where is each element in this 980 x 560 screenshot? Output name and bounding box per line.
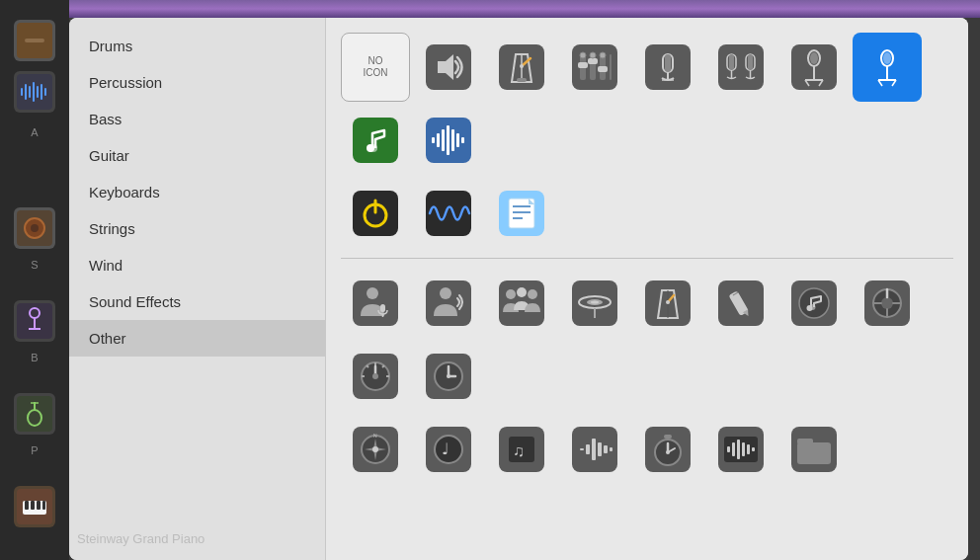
icon-cell-dial[interactable]	[341, 342, 410, 411]
icon-cell-person-mic[interactable]	[341, 269, 410, 338]
icon-cell-metronome[interactable]	[487, 33, 556, 102]
icon-cell-mixer[interactable]	[560, 33, 629, 102]
icon-cell-clock[interactable]	[414, 342, 483, 411]
svg-point-12	[31, 224, 39, 232]
svg-rect-157	[598, 442, 602, 456]
icon-cell-music-note2[interactable]: ♩	[414, 415, 483, 484]
icon-cell-cymbal[interactable]	[560, 269, 629, 338]
svg-rect-48	[665, 54, 671, 72]
icon-cell-metronome2[interactable]	[633, 269, 702, 338]
mixer-svg	[572, 44, 617, 90]
svg-point-45	[600, 52, 606, 58]
clock-svg	[426, 354, 471, 399]
waveform2-svg	[572, 427, 617, 472]
svg-rect-172	[747, 444, 750, 454]
svg-rect-8	[41, 84, 42, 100]
track-label-4: B	[31, 352, 38, 363]
svg-rect-85	[426, 191, 471, 236]
svg-rect-42	[598, 66, 608, 72]
svg-point-60	[810, 52, 818, 64]
icon-cell-mic-stand[interactable]	[779, 33, 849, 102]
svg-rect-81	[461, 137, 464, 143]
nav-item-sound-effects[interactable]: Sound Effects	[69, 283, 325, 320]
icon-section-divider	[341, 258, 953, 259]
svg-point-145	[372, 446, 378, 452]
track-thumb-6	[14, 486, 55, 527]
icon-cell-waveform-wave[interactable]	[414, 179, 483, 248]
icon-row-3	[341, 269, 953, 411]
svg-rect-9	[44, 88, 46, 96]
daw-track-sidebar: A S B P	[0, 0, 69, 560]
svg-rect-26	[42, 501, 45, 510]
pencil-svg	[718, 280, 764, 326]
svg-rect-23	[25, 501, 29, 510]
svg-rect-175	[797, 442, 831, 464]
music-note-green-svg	[353, 118, 398, 163]
svg-rect-169	[732, 442, 735, 456]
icon-cell-knob[interactable]	[853, 269, 922, 338]
svg-rect-3	[21, 88, 23, 96]
nav-item-bass[interactable]: Bass	[69, 101, 325, 137]
svg-point-140	[447, 374, 450, 378]
svg-rect-76	[437, 133, 440, 147]
music-note2-svg: ♩	[426, 427, 471, 472]
svg-point-101	[528, 289, 537, 299]
svg-rect-159	[610, 447, 612, 451]
mic-stand-svg	[791, 44, 837, 90]
icon-cell-folder[interactable]	[779, 415, 849, 484]
icon-cell-music-note-green[interactable]	[341, 106, 410, 175]
icon-cell-mic-condenser[interactable]	[633, 33, 702, 102]
group-svg	[499, 280, 544, 326]
mic-pair-svg	[718, 44, 764, 90]
svg-point-44	[590, 52, 596, 58]
svg-rect-41	[588, 58, 598, 64]
nav-item-percussion[interactable]: Percussion	[69, 64, 325, 101]
track-thumb-4	[14, 300, 55, 342]
svg-rect-92	[353, 280, 398, 326]
svg-rect-96	[426, 280, 471, 326]
nav-item-other[interactable]: Other	[69, 320, 325, 357]
waveform3-svg	[718, 427, 764, 472]
svg-rect-5	[29, 86, 31, 98]
svg-rect-25	[37, 501, 41, 510]
nav-item-strings[interactable]: Strings	[69, 210, 325, 247]
icon-cell-group[interactable]	[487, 269, 556, 338]
icon-cell-notes-doc[interactable]	[487, 179, 556, 248]
compass-svg: N	[353, 427, 398, 472]
icon-cell-pencil[interactable]	[706, 269, 776, 338]
svg-rect-7	[37, 86, 39, 98]
waveform-blue-svg	[426, 118, 471, 163]
music-circle-svg	[791, 280, 837, 326]
svg-point-122	[881, 297, 893, 309]
icon-cell-waveform3[interactable]	[706, 415, 776, 484]
nav-item-guitar[interactable]: Guitar	[69, 137, 325, 174]
svg-rect-1	[25, 39, 44, 42]
person-talking-svg	[426, 280, 471, 326]
notes-doc-svg	[499, 191, 544, 236]
icon-cell-timer[interactable]	[633, 415, 702, 484]
icon-grid: NOICON	[326, 18, 968, 560]
icon-cell-mic-stand-selected[interactable]	[853, 33, 922, 102]
svg-rect-51	[718, 44, 764, 90]
mic-stand-selected-svg	[864, 44, 910, 90]
icon-cell-mic-pair[interactable]	[706, 33, 776, 102]
nav-item-wind[interactable]: Wind	[69, 247, 325, 283]
icon-cell-music-circle[interactable]	[779, 269, 849, 338]
folder-svg	[791, 427, 837, 472]
svg-rect-40	[578, 62, 588, 68]
icon-cell-compass[interactable]: N	[341, 415, 410, 484]
icon-cell-no-icon[interactable]: NOICON	[341, 33, 410, 102]
nav-item-drums[interactable]: Drums	[69, 28, 325, 64]
dial-svg	[353, 354, 398, 399]
nav-item-keyboards[interactable]: Keyboards	[69, 174, 325, 210]
svg-rect-170	[737, 440, 740, 459]
icon-cell-speaker[interactable]	[414, 33, 483, 102]
icon-cell-waveform2[interactable]	[560, 415, 629, 484]
svg-rect-34	[517, 78, 527, 82]
svg-point-33	[520, 64, 524, 68]
svg-point-165	[666, 450, 670, 454]
icon-cell-person-talking[interactable]	[414, 269, 483, 338]
icon-cell-note-dark[interactable]: ♫	[487, 415, 556, 484]
icon-cell-waveform-blue[interactable]	[414, 106, 483, 175]
icon-cell-power-yellow[interactable]	[341, 179, 410, 248]
